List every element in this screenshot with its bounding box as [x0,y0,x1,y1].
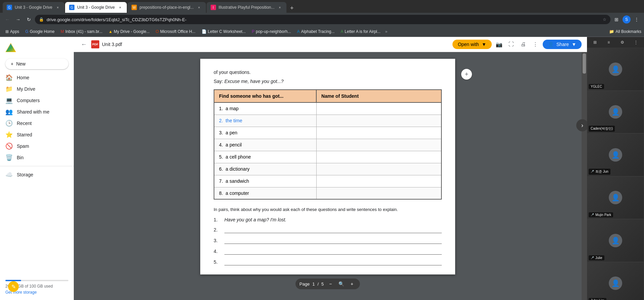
svg-marker-1 [6,44,15,52]
gdrive-nav-computers[interactable]: 💻 Computers [0,95,68,106]
all-bookmarks-button[interactable]: 📁 All Bookmarks [609,29,641,34]
page-slash: / [317,282,319,287]
next-page-button[interactable]: › [576,119,587,131]
pdf-title: Unit 3.pdf [102,42,122,47]
refresh-button[interactable]: ↻ [24,15,34,24]
gdrive-new-button[interactable]: + New [5,58,68,69]
popup-icon: P [252,29,255,34]
bookmark-letter-a[interactable]: A Letter A is for Airpl... [338,29,383,35]
address-bar[interactable]: 🔒 drive.google.com/drive/folders/1EqbtJ_… [35,15,610,24]
video-tile-juha: 👤 Juha Lim [587,262,644,300]
table-cell-item: 5. a cell phone [214,151,316,163]
star-icon: ⭐ [5,131,13,138]
pdf-content-area: + of your questions. Say: Excuse me, hav… [74,52,587,300]
mydrive-label: My Drive [17,86,35,92]
vc-controls: ⊞ ≡ ⚙ ⋮ [587,37,644,48]
print-button[interactable]: 🖨 [519,40,528,49]
gdrive-logo [5,42,16,53]
bookmark-apps[interactable]: ⊞ Apps [3,29,22,35]
letter-a-icon: A [341,29,343,34]
gdrive-nav-shared[interactable]: 👥 Shared with me [0,106,68,118]
table-row: 6. a dictionary [214,163,441,175]
tab-bar: G Unit 3 - Google Drive × G Unit 3 - Goo… [0,0,644,13]
bookmark-office[interactable]: O Microsoft Office H... [153,29,198,35]
vc-grid-button[interactable]: ⊞ [591,38,599,46]
table-cell-item: 7. a sandwich [214,175,316,187]
sentence-text: Have you got a map? I'm lost. [224,217,286,222]
pdf-scrollable[interactable]: + of your questions. Say: Excuse me, hav… [74,52,582,300]
gdrive-nav-starred[interactable]: ⭐ Starred [0,129,68,140]
gdrive-nav-bin[interactable]: 🗑️ Bin [0,152,68,163]
pdf-intro-text: of your questions. [214,69,442,76]
mujin-avatar: 👤 [609,191,622,204]
bookmark-alphabet[interactable]: A Alphabet Tracing... [294,29,337,35]
expand-icon-button[interactable]: ⛶ [506,40,516,49]
forward-button[interactable]: → [13,15,23,24]
gdrive-sidebar: + New 🏠 Home 📁 My Drive 💻 Computers 👥 Sh… [0,37,74,300]
mic-muted-icon: 🎤 [591,256,594,259]
bookmark-inbox[interactable]: M Inbox (41) - sam.br... [58,29,105,35]
open-with-button[interactable]: Open with ▼ [452,40,492,49]
scrollbar-thumb[interactable] [583,53,586,74]
bookmarks-bar: ⊞ Apps G Google Home M Inbox (41) - sam.… [0,26,644,37]
bookmark-more[interactable]: » [385,29,387,34]
bookmark-letter-c[interactable]: 📄 Letter C Worksheet... [199,29,249,35]
pdf-back-button[interactable]: ← [79,40,89,49]
pdf-scrollbar[interactable] [582,52,587,300]
vc-more-button[interactable]: ⋮ [632,38,640,46]
sentence-line [224,237,442,244]
jun-name-badge: 🎤 최준 Jun [589,169,610,175]
table-cell-item: 2. the time [214,115,316,127]
storage-label: Storage [17,172,33,177]
gdrive-nav-spam[interactable]: 🚫 Spam [0,140,68,152]
starred-label: Starred [17,132,32,137]
sidebar-divider [0,166,74,166]
tab-1[interactable]: G Unit 3 - Google Drive × [3,2,64,13]
extensions-button[interactable]: ⊞ [612,15,621,24]
tab-3-close[interactable]: × [197,5,202,10]
more-options-button[interactable]: ⋮ [531,40,540,49]
gmail-icon: M [61,29,64,34]
camera-icon-button[interactable]: 📷 [494,40,504,49]
pdf-add-button[interactable]: + [461,69,472,80]
tab-4[interactable]: I Illustrative Playful Preposition... × [207,2,287,13]
sentence-item: 1.Have you got a map? I'm lost. [214,217,442,222]
share-button[interactable]: 👤 Share ▼ [543,40,582,49]
zoom-in-button[interactable]: + [348,280,356,288]
gdrive-nav-home[interactable]: 🏠 Home [0,72,68,83]
share-chevron-icon: ▼ [572,42,576,47]
bookmark-google-home[interactable]: G Google Home [22,29,57,35]
zoom-button[interactable]: 🔍 [337,280,345,288]
zoom-out-button[interactable]: − [326,280,334,288]
tab-2-close[interactable]: × [117,5,123,10]
address-text: drive.google.com/drive/folders/1EqbtJ_si… [47,17,600,22]
gdrive-nav-mydrive[interactable]: 📁 My Drive [0,83,68,95]
vc-list-button[interactable]: ≡ [605,38,613,46]
tab-4-close[interactable]: × [277,5,282,10]
jun-avatar: 👤 [609,148,622,162]
tab-1-close[interactable]: × [55,5,60,10]
caden-name: Caden(박장민) [591,126,613,131]
storage-bar [5,280,68,281]
gdrive-nav-storage[interactable]: ☁️ Storage [0,169,68,180]
pdf-file-icon: PDF [91,40,99,48]
bookmark-mydrive[interactable]: ▲ My Drive - Google... [106,29,152,35]
gdrive-header [0,40,74,56]
vc-settings-button[interactable]: ⚙ [618,38,626,46]
star-icon[interactable]: ☆ [603,17,606,22]
sentence-item: 4. [214,248,442,255]
julie-name: Julie [595,256,602,260]
more-options-button[interactable]: ⋮ [632,15,641,24]
yglec-name-badge: YGLEC [589,84,604,89]
profile-button[interactable]: S [623,15,631,24]
new-tab-button[interactable]: + [287,3,297,13]
mic-muted-icon: 🎤 [591,213,594,216]
bookmark-popup[interactable]: P pop-up-neighborh... [249,29,294,35]
back-button[interactable]: ← [3,15,12,24]
gdrive-nav-recent[interactable]: 🕒 Recent [0,118,68,129]
video-tile-mujin: 👤 🎤 Mujin Park [587,176,644,219]
pencil-button[interactable]: ✎ [8,281,19,292]
page-current: 1 [312,282,315,287]
tab-3[interactable]: W prepositions-of-place-in-engl... × [127,2,206,13]
tab-2[interactable]: G Unit 3 - Google Drive × [65,2,127,13]
